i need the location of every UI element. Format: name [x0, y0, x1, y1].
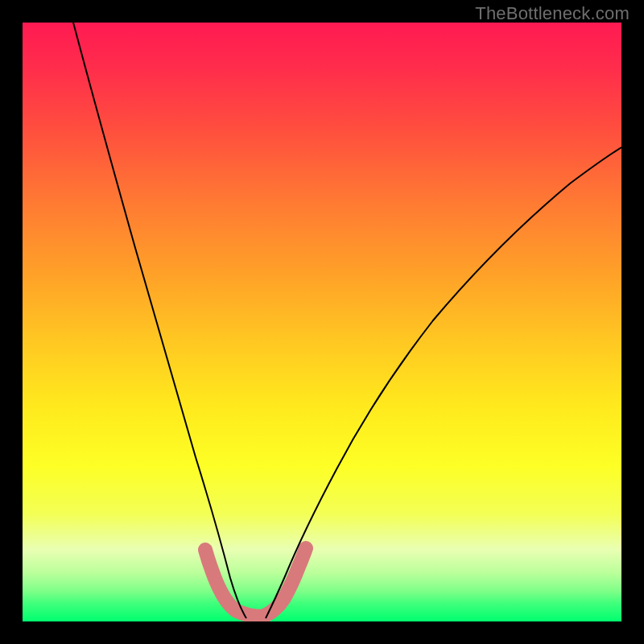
attribution-text: TheBottleneck.com [475, 3, 630, 24]
curve-right-branch [266, 147, 621, 618]
floor-marker-band [205, 548, 306, 617]
curve-left-branch [73, 23, 246, 618]
chart-frame [23, 23, 621, 621]
bottleneck-plot [23, 23, 621, 621]
